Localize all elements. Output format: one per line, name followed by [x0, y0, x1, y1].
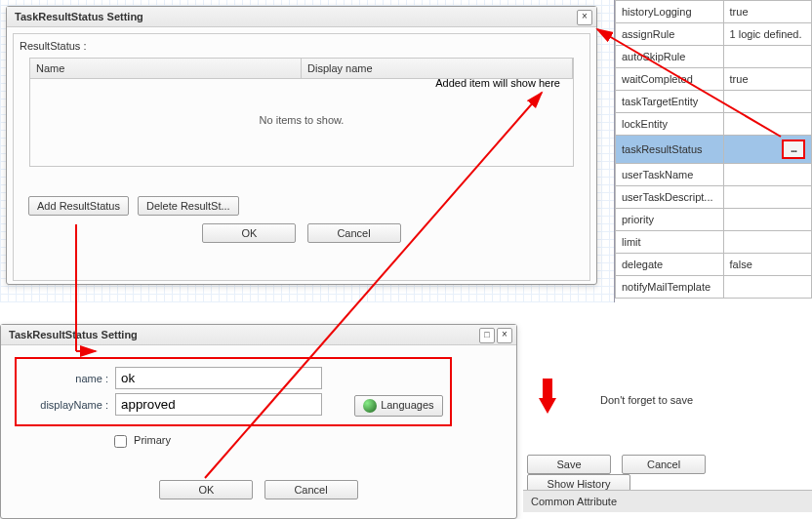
dialog-title: TaskResultStatus Setting: [7, 7, 596, 27]
save-reminder: Don't forget to save: [600, 394, 693, 406]
maximize-icon[interactable]: □: [479, 328, 495, 343]
prop-row: waitCompletedtrue: [616, 68, 812, 91]
prop-row: userTaskDescript...: [616, 186, 812, 209]
ok-button[interactable]: OK: [159, 480, 253, 499]
prop-row: lockEntity: [616, 113, 812, 136]
result-table: Name Display name No items to show.: [29, 58, 574, 167]
globe-icon: [363, 399, 377, 413]
col-name: Name: [30, 59, 302, 78]
delete-resultstatus-button[interactable]: Delete ResultSt...: [138, 196, 239, 216]
ok-button[interactable]: OK: [202, 223, 296, 243]
col-display: Display name: [302, 59, 573, 78]
save-button[interactable]: Save: [527, 455, 611, 474]
close-icon[interactable]: ×: [577, 10, 592, 25]
arrow-down-icon: [543, 379, 552, 398]
prop-row: delegatefalse: [616, 254, 812, 276]
dialog-taskresultstatus-list: TaskResultStatus Setting × ResultStatus …: [6, 6, 597, 285]
arrow-down-icon: [539, 398, 556, 414]
common-attribute-header: Common Attribute: [523, 490, 812, 512]
ellipsis-button[interactable]: ...: [782, 140, 805, 159]
name-label: name :: [20, 373, 112, 384]
prop-row: assignRule1 logic defined.: [616, 23, 812, 46]
displayname-input[interactable]: [115, 393, 322, 416]
primary-label: Primary: [134, 435, 171, 447]
hint-added-item: Added item will show here: [435, 77, 560, 89]
empty-message: No items to show.: [30, 79, 573, 161]
cancel-button[interactable]: Cancel: [264, 480, 358, 499]
section-label: ResultStatus :: [20, 40, 584, 52]
dialog-title: TaskResultStatus Setting: [1, 325, 516, 345]
prop-row: limit: [616, 231, 812, 254]
prop-row: taskTargetEntity: [616, 91, 812, 113]
cancel-button[interactable]: Cancel: [307, 223, 401, 243]
property-grid: historyLoggingtrue assignRule1 logic def…: [614, 0, 812, 302]
add-resultstatus-button[interactable]: Add ResultStatus: [28, 196, 129, 216]
cancel-button[interactable]: Cancel: [622, 455, 706, 474]
displayname-label: displayName :: [20, 399, 112, 411]
close-icon[interactable]: ×: [497, 328, 512, 343]
save-toolbar: Save Cancel Show History: [523, 455, 812, 494]
prop-row: historyLoggingtrue: [616, 1, 812, 23]
dialog-taskresultstatus-edit: TaskResultStatus Setting × □ name : disp…: [0, 324, 517, 519]
languages-button[interactable]: Languages: [354, 395, 442, 417]
prop-row: autoSkipRule: [616, 46, 812, 68]
prop-row: priority: [616, 209, 812, 231]
name-input[interactable]: [115, 367, 322, 389]
prop-row-selected[interactable]: taskResultStatus...: [616, 136, 812, 164]
primary-checkbox[interactable]: [114, 435, 127, 448]
prop-row: userTaskName: [616, 164, 812, 186]
prop-row: notifyMailTemplate: [616, 276, 812, 299]
